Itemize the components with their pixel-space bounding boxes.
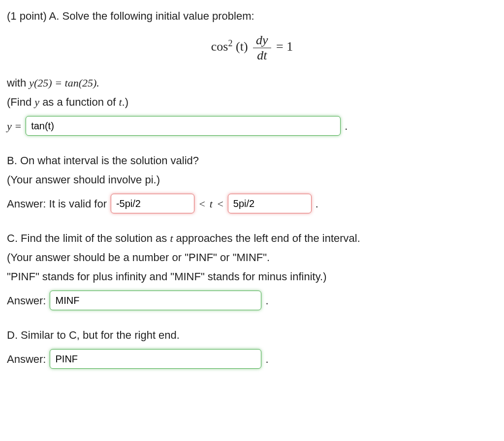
- part-c-q1: C. Find the limit of the solution as t a…: [7, 230, 497, 246]
- part-c-answer-input[interactable]: [50, 291, 261, 310]
- part-b-period: .: [315, 196, 318, 212]
- part-b-prefix: Answer: It is valid for: [7, 196, 107, 212]
- with-expr: y(25) = tan(25).: [29, 77, 99, 89]
- part-c-q1-pre: C. Find the limit of the solution as: [7, 232, 170, 244]
- lt-2: <: [217, 196, 224, 212]
- find-instruction: (Find y as a function of t.): [7, 94, 497, 110]
- eq-t: (t): [236, 39, 248, 54]
- part-b-q1: B. On what interval is the solution vali…: [7, 152, 497, 169]
- part-b-answer-row: Answer: It is valid for < t < .: [7, 194, 318, 213]
- part-c-prefix: Answer:: [7, 293, 46, 309]
- find-y: y: [34, 96, 39, 108]
- part-d-answer-input[interactable]: [50, 349, 261, 369]
- part-c-q3: "PINF" stands for plus infinity and "MIN…: [7, 268, 497, 285]
- part-d-answer-row: Answer: .: [7, 349, 269, 369]
- find-post: .): [122, 96, 128, 108]
- part-d-prefix: Answer:: [7, 351, 46, 367]
- eq-rhs: = 1: [276, 39, 293, 54]
- lt-1: <: [198, 196, 206, 212]
- part-d-q1: D. Similar to C, but for the right end.: [7, 327, 497, 343]
- part-a-header: (1 point) A. Solve the following initial…: [7, 8, 497, 24]
- find-mid: as a function of: [39, 96, 119, 108]
- part-a-answer-input[interactable]: [26, 116, 341, 136]
- with-pre: with: [7, 77, 29, 89]
- find-pre: (Find: [7, 96, 34, 108]
- part-c-q2: (Your answer should be a number or "PINF…: [7, 249, 497, 265]
- eq-frac-num: dy: [253, 33, 271, 48]
- eq-frac-den: dt: [253, 48, 271, 63]
- eq-cos: cos: [211, 39, 228, 54]
- differential-equation: cos2 (t) dy dt = 1: [7, 33, 497, 63]
- part-c-answer-row: Answer: .: [7, 291, 269, 310]
- part-c-q1-post: approaches the left end of the interval.: [173, 232, 360, 244]
- initial-condition: with y(25) = tan(25).: [7, 75, 497, 91]
- y-equals-label: y =: [7, 118, 22, 134]
- part-a-answer-row: y = .: [7, 116, 347, 136]
- part-b-q2: (Your answer should involve pi.): [7, 172, 497, 188]
- interval-upper-input[interactable]: [228, 194, 312, 213]
- part-d-period: .: [265, 351, 268, 367]
- part-a-period: .: [345, 118, 347, 134]
- interval-t: t: [210, 196, 213, 212]
- part-c-period: .: [265, 293, 268, 309]
- interval-lower-input[interactable]: [111, 194, 194, 213]
- eq-fraction: dy dt: [253, 33, 271, 63]
